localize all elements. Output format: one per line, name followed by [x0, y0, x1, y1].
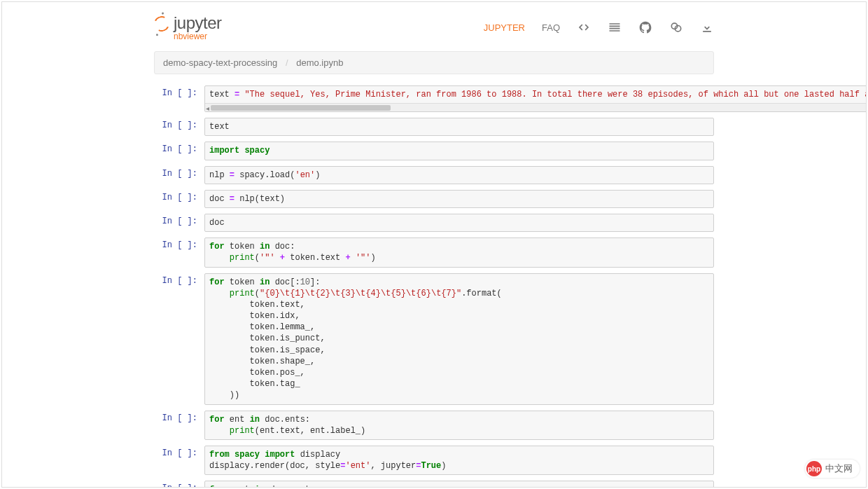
- code-cell: In [ ]:for token in doc: print('"' + tok…: [154, 237, 714, 267]
- cell-prompt: In [ ]:: [154, 142, 204, 154]
- download-icon[interactable]: [700, 20, 714, 34]
- code-icon[interactable]: [577, 20, 591, 34]
- breadcrumb-file: demo.ipynb: [296, 57, 343, 68]
- cell-prompt: In [ ]:: [154, 237, 204, 250]
- horizontal-scrollbar[interactable]: ◂▸: [205, 103, 867, 111]
- cell-prompt: In [ ]:: [154, 481, 204, 488]
- code-content: from spacy import displacy displacy.rend…: [209, 449, 709, 471]
- code-content: for token in doc[:10]: print("{0}\t{1}\t…: [209, 277, 709, 401]
- code-cell: In [ ]:nlp = spacy.load('en'): [154, 166, 714, 184]
- cell-input[interactable]: for token in doc: print('"' + token.text…: [204, 237, 714, 267]
- cell-prompt: In [ ]:: [154, 85, 204, 98]
- code-content: doc: [209, 217, 709, 228]
- code-content: nlp = spacy.load('en'): [209, 170, 709, 181]
- code-content: for ent in doc.ents: print(ent.text, ent…: [209, 414, 709, 436]
- header: jupyter nbviewer JUPYTER FAQ: [154, 8, 714, 47]
- cell-prompt: In [ ]:: [154, 190, 204, 202]
- breadcrumb: demo-spacy-text-processing / demo.ipynb: [154, 51, 714, 74]
- brand-text: jupyter nbviewer: [174, 13, 222, 41]
- cell-prompt: In [ ]:: [154, 273, 204, 286]
- code-cell: In [ ]:from spacy import displacy displa…: [154, 446, 714, 475]
- badge-text: 中文网: [825, 462, 853, 475]
- code-cell: In [ ]:text = "The sequel, Yes, Prime Mi…: [154, 85, 714, 112]
- scroll-left-icon[interactable]: ◂: [206, 104, 209, 112]
- brand-name: jupyter: [174, 13, 222, 33]
- viewport: jupyter nbviewer JUPYTER FAQ: [1, 1, 867, 488]
- cell-input[interactable]: from spacy import displacy displacy.rend…: [204, 446, 714, 475]
- notebook-cells: In [ ]:text = "The sequel, Yes, Prime Mi…: [154, 85, 714, 488]
- breadcrumb-sep: /: [286, 57, 288, 68]
- cell-input[interactable]: text = "The sequel, Yes, Prime Minister,…: [204, 85, 867, 112]
- cell-input[interactable]: for ent in doc.ents: print(ent.text, ent…: [204, 411, 714, 440]
- cell-input[interactable]: for sent in doc.sents: print(sent): [204, 481, 714, 488]
- code-content: text = "The sequel, Yes, Prime Minister,…: [209, 89, 867, 100]
- cell-prompt: In [ ]:: [154, 118, 204, 130]
- cell-prompt: In [ ]:: [154, 214, 204, 226]
- binder-icon[interactable]: [669, 20, 683, 34]
- code-cell: In [ ]:doc: [154, 214, 714, 232]
- badge-logo: php: [806, 461, 822, 476]
- code-content: text: [209, 121, 709, 132]
- code-content: import spacy: [209, 145, 709, 156]
- jupyter-logo-icon: [152, 14, 172, 34]
- page-container: jupyter nbviewer JUPYTER FAQ: [154, 2, 714, 488]
- nav-jupyter[interactable]: JUPYTER: [484, 22, 525, 33]
- scrollbar-thumb[interactable]: [211, 105, 391, 111]
- cell-input[interactable]: for token in doc[:10]: print("{0}\t{1}\t…: [204, 273, 714, 405]
- code-cell: In [ ]:for ent in doc.ents: print(ent.te…: [154, 411, 714, 440]
- code-content: for token in doc: print('"' + token.text…: [209, 241, 709, 263]
- brand[interactable]: jupyter nbviewer: [154, 13, 484, 41]
- code-content: for sent in doc.sents: print(sent): [209, 484, 709, 488]
- cell-input[interactable]: doc: [204, 214, 714, 232]
- code-cell: In [ ]:import spacy: [154, 142, 714, 160]
- code-cell: In [ ]:for sent in doc.sents: print(sent…: [154, 481, 714, 488]
- cell-input[interactable]: import spacy: [204, 142, 714, 160]
- cell-input[interactable]: doc = nlp(text): [204, 190, 714, 208]
- code-cell: In [ ]:text: [154, 118, 714, 136]
- menu-lines-icon[interactable]: [608, 20, 622, 34]
- brand-sub: nbviewer: [174, 32, 222, 41]
- code-cell: In [ ]:for token in doc[:10]: print("{0}…: [154, 273, 714, 405]
- cell-input[interactable]: text: [204, 118, 714, 136]
- cell-prompt: In [ ]:: [154, 446, 204, 458]
- code-cell: In [ ]:doc = nlp(text): [154, 190, 714, 208]
- breadcrumb-root[interactable]: demo-spacy-text-processing: [163, 57, 277, 68]
- cell-input[interactable]: nlp = spacy.load('en'): [204, 166, 714, 184]
- nav: JUPYTER FAQ: [484, 20, 714, 34]
- code-content: doc = nlp(text): [209, 193, 709, 205]
- site-badge[interactable]: php 中文网: [805, 460, 860, 478]
- cell-prompt: In [ ]:: [154, 411, 204, 423]
- github-icon[interactable]: [638, 20, 652, 34]
- nav-faq[interactable]: FAQ: [542, 22, 560, 33]
- cell-prompt: In [ ]:: [154, 166, 204, 179]
